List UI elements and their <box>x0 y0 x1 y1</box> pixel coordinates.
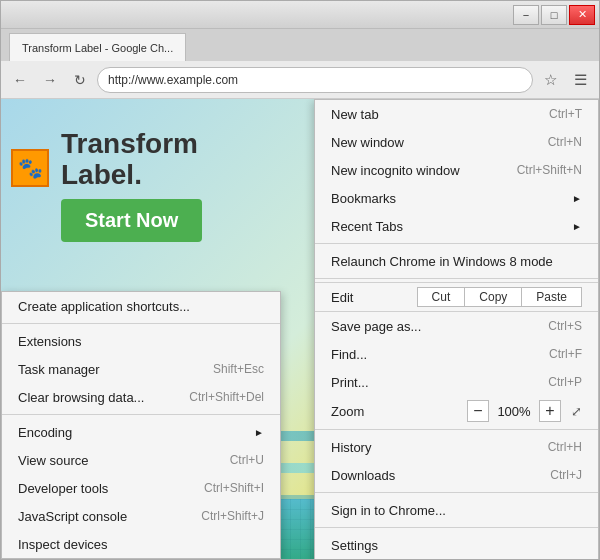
address-bar[interactable]: http://www.example.com <box>97 67 533 93</box>
menu-item-new-tab[interactable]: New tab Ctrl+T <box>315 100 598 128</box>
menu-divider-1 <box>315 243 598 244</box>
submenu-view-source-shortcut: Ctrl+U <box>230 453 264 467</box>
menu-item-history[interactable]: History Ctrl+H <box>315 433 598 461</box>
menu-item-save-page[interactable]: Save page as... Ctrl+S <box>315 312 598 340</box>
submenu-create-shortcuts-label: Create application shortcuts... <box>18 299 264 314</box>
submenu-divider-1 <box>2 323 280 324</box>
submenu-encoding-label: Encoding <box>18 425 250 440</box>
submenu-clear-data-label: Clear browsing data... <box>18 390 173 405</box>
submenu-clear-data[interactable]: Clear browsing data... Ctrl+Shift+Del <box>2 383 280 411</box>
menu-item-new-tab-shortcut: Ctrl+T <box>549 107 582 121</box>
encoding-arrow-icon: ► <box>254 427 264 438</box>
menu-item-relaunch-label: Relaunch Chrome in Windows 8 mode <box>331 254 582 269</box>
menu-divider-4 <box>315 492 598 493</box>
submenu-developer-tools-shortcut: Ctrl+Shift+I <box>204 481 264 495</box>
tab-label: Transform Label - Google Ch... <box>22 42 173 54</box>
menu-item-settings-label: Settings <box>331 538 582 553</box>
menu-item-save-page-label: Save page as... <box>331 319 532 334</box>
menu-item-save-page-shortcut: Ctrl+S <box>548 319 582 333</box>
zoom-plus-button[interactable]: + <box>539 400 561 422</box>
tab-bar: Transform Label - Google Ch... <box>1 29 599 61</box>
address-text: http://www.example.com <box>108 73 238 87</box>
menu-item-recent-tabs[interactable]: Recent Tabs ► <box>315 212 598 240</box>
browser-tab[interactable]: Transform Label - Google Ch... <box>9 33 186 61</box>
submenu-task-manager[interactable]: Task manager Shift+Esc <box>2 355 280 383</box>
recent-tabs-arrow-icon: ► <box>572 221 582 232</box>
browser-window: − □ ✕ Transform Label - Google Ch... ← →… <box>0 0 600 560</box>
menu-item-signin[interactable]: Sign in to Chrome... <box>315 496 598 524</box>
menu-item-incognito-label: New incognito window <box>331 163 501 178</box>
menu-item-downloads-shortcut: Ctrl+J <box>550 468 582 482</box>
reload-button[interactable]: ↻ <box>67 67 93 93</box>
forward-button[interactable]: → <box>37 67 63 93</box>
menu-edit-label: Edit <box>331 290 417 305</box>
zoom-fullscreen-button[interactable]: ⤢ <box>571 404 582 419</box>
title-bar: − □ ✕ <box>1 1 599 29</box>
menu-item-new-window-shortcut: Ctrl+N <box>548 135 582 149</box>
menu-item-new-window[interactable]: New window Ctrl+N <box>315 128 598 156</box>
close-button[interactable]: ✕ <box>569 5 595 25</box>
menu-item-incognito[interactable]: New incognito window Ctrl+Shift+N <box>315 156 598 184</box>
menu-item-find-shortcut: Ctrl+F <box>549 347 582 361</box>
menu-divider-3 <box>315 429 598 430</box>
submenu-js-console-shortcut: Ctrl+Shift+J <box>201 509 264 523</box>
submenu-extensions[interactable]: Extensions <box>2 327 280 355</box>
menu-item-history-shortcut: Ctrl+H <box>548 440 582 454</box>
menu-item-downloads[interactable]: Downloads Ctrl+J <box>315 461 598 489</box>
content-area: 🐾 Uninstall Transform Label. Start Now 🧍… <box>1 99 599 559</box>
menu-item-print-label: Print... <box>331 375 532 390</box>
edit-buttons: Cut Copy Paste <box>417 287 582 307</box>
submenu-create-shortcuts[interactable]: Create application shortcuts... <box>2 292 280 320</box>
start-now-button[interactable]: Start Now <box>61 199 202 242</box>
menu-item-new-window-label: New window <box>331 135 532 150</box>
zoom-value: 100% <box>495 404 533 419</box>
paste-button[interactable]: Paste <box>521 287 582 307</box>
menu-item-bookmarks[interactable]: Bookmarks ► <box>315 184 598 212</box>
menu-item-print[interactable]: Print... Ctrl+P <box>315 368 598 396</box>
copy-button[interactable]: Copy <box>464 287 521 307</box>
menu-item-history-label: History <box>331 440 532 455</box>
menu-item-bookmarks-label: Bookmarks <box>331 191 568 206</box>
submenu-view-source[interactable]: View source Ctrl+U <box>2 446 280 474</box>
transform-heading: Transform Label. <box>61 129 202 191</box>
chrome-menu-button[interactable]: ☰ <box>567 67 593 93</box>
toolbar: ← → ↻ http://www.example.com ☆ ☰ <box>1 61 599 99</box>
submenu-js-console-label: JavaScript console <box>18 509 185 524</box>
zoom-row: Zoom − 100% + ⤢ <box>315 396 598 426</box>
menu-edit-row: Edit Cut Copy Paste <box>315 282 598 312</box>
submenu-extensions-label: Extensions <box>18 334 264 349</box>
submenu-js-console[interactable]: JavaScript console Ctrl+Shift+J <box>2 502 280 530</box>
back-button[interactable]: ← <box>7 67 33 93</box>
chrome-context-menu: New tab Ctrl+T New window Ctrl+N New inc… <box>314 99 599 559</box>
maximize-button[interactable]: □ <box>541 5 567 25</box>
submenu-inspect-devices-label: Inspect devices <box>18 537 264 552</box>
menu-item-print-shortcut: Ctrl+P <box>548 375 582 389</box>
menu-item-signin-label: Sign in to Chrome... <box>331 503 582 518</box>
submenu-task-manager-shortcut: Shift+Esc <box>213 362 264 376</box>
menu-item-recent-tabs-label: Recent Tabs <box>331 219 568 234</box>
zoom-minus-button[interactable]: − <box>467 400 489 422</box>
menu-item-find-label: Find... <box>331 347 533 362</box>
menu-divider-2 <box>315 278 598 279</box>
webpage-text-overlay: Transform Label. Start Now <box>61 129 202 242</box>
submenu-encoding[interactable]: Encoding ► <box>2 418 280 446</box>
title-bar-buttons: − □ ✕ <box>513 5 595 25</box>
pixel-box-icon: 🐾 <box>11 149 49 187</box>
menu-item-incognito-shortcut: Ctrl+Shift+N <box>517 163 582 177</box>
zoom-controls: − 100% + ⤢ <box>467 400 582 422</box>
bookmark-star-button[interactable]: ☆ <box>537 67 563 93</box>
menu-item-find[interactable]: Find... Ctrl+F <box>315 340 598 368</box>
menu-item-relaunch[interactable]: Relaunch Chrome in Windows 8 mode <box>315 247 598 275</box>
submenu-developer-tools[interactable]: Developer tools Ctrl+Shift+I <box>2 474 280 502</box>
menu-item-settings[interactable]: Settings <box>315 531 598 559</box>
zoom-label: Zoom <box>331 404 467 419</box>
more-tools-submenu: Create application shortcuts... Extensio… <box>1 291 281 559</box>
cut-button[interactable]: Cut <box>417 287 465 307</box>
submenu-divider-2 <box>2 414 280 415</box>
submenu-task-manager-label: Task manager <box>18 362 197 377</box>
bookmarks-arrow-icon: ► <box>572 193 582 204</box>
submenu-inspect-devices[interactable]: Inspect devices <box>2 530 280 558</box>
minimize-button[interactable]: − <box>513 5 539 25</box>
menu-item-downloads-label: Downloads <box>331 468 534 483</box>
submenu-clear-data-shortcut: Ctrl+Shift+Del <box>189 390 264 404</box>
